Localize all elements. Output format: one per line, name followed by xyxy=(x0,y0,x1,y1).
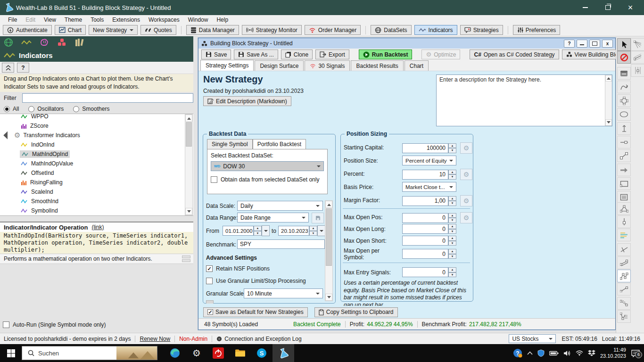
description-textarea[interactable]: Enter a description for the Strategy her… xyxy=(436,74,612,126)
sizing-options-button[interactable]: ⚙ xyxy=(460,212,472,223)
segment-tool[interactable] xyxy=(617,149,631,162)
list-item[interactable]: MathIndOpValue xyxy=(0,159,193,168)
max-open-long-input[interactable]: 0 xyxy=(402,224,448,234)
tab-design-surface[interactable]: Design Surface xyxy=(255,60,304,71)
percent-spinner[interactable] xyxy=(448,170,456,180)
list-item-selected[interactable]: MathIndOpInd xyxy=(0,149,193,159)
cross-line-tool[interactable] xyxy=(617,243,631,256)
close-button[interactable]: × xyxy=(623,3,637,12)
sizing-options-button[interactable]: ⚙ xyxy=(460,142,472,154)
rectangle-tool[interactable] xyxy=(617,177,631,190)
ray-tool[interactable] xyxy=(617,283,631,296)
run-backtest-button[interactable]: Run Backtest xyxy=(359,49,413,59)
export-button[interactable]: Export xyxy=(315,49,349,59)
fan-rays-tool[interactable] xyxy=(631,38,644,51)
menu-extensions[interactable]: Extensions xyxy=(108,15,144,24)
renew-now-link[interactable]: Renew Now xyxy=(140,336,170,342)
vertical-arrow-tool[interactable] xyxy=(617,122,631,135)
max-entry-input[interactable]: 0 xyxy=(402,267,448,277)
data-range-combobox[interactable]: Date Range xyxy=(237,213,309,222)
tray-volume-icon[interactable] xyxy=(563,350,571,356)
building-blocks-dock-icon[interactable] xyxy=(57,38,66,47)
window-maximize-button[interactable] xyxy=(589,40,600,48)
authenticate-button[interactable]: Authenticate xyxy=(3,25,52,35)
list-item[interactable]: ZScore xyxy=(0,121,193,131)
no-drawing-tool[interactable] xyxy=(617,51,631,64)
brain-dock-icon[interactable] xyxy=(40,38,49,47)
note-tool[interactable] xyxy=(617,191,631,204)
menu-tools[interactable]: Tools xyxy=(86,15,108,24)
menu-workspaces[interactable]: Workspaces xyxy=(144,15,184,24)
sizing-options-button[interactable]: ⚙ xyxy=(460,169,472,180)
scroll-up-button[interactable] xyxy=(605,75,612,82)
arrow-right-tool[interactable] xyxy=(617,164,631,176)
window-close-button[interactable]: x xyxy=(602,40,613,48)
scroll-up-button[interactable] xyxy=(185,115,192,122)
retain-nsf-checkbox[interactable] xyxy=(206,265,213,272)
datasets-dock-icon[interactable] xyxy=(4,38,13,47)
resize-grip[interactable] xyxy=(182,255,190,262)
menu-theme[interactable]: Theme xyxy=(60,15,86,24)
obtain-data-checkbox[interactable] xyxy=(211,176,217,183)
max-open-long-spinner[interactable] xyxy=(448,224,456,234)
margin-factor-spinner[interactable] xyxy=(448,196,456,206)
autorun-checkbox[interactable] xyxy=(3,321,9,328)
list-item[interactable]: SmoothInd xyxy=(0,197,193,206)
taskbar-search[interactable]: Suchen xyxy=(22,346,157,360)
list-item[interactable]: SymbolInd xyxy=(0,206,193,215)
pitchfork-tool[interactable] xyxy=(617,310,631,323)
help-button[interactable]: ? xyxy=(17,63,29,73)
max-per-symbol-input[interactable]: 0 xyxy=(402,249,448,259)
indicator-list-scrollbar[interactable] xyxy=(185,114,193,215)
basis-price-combobox[interactable]: Market Close t... xyxy=(402,182,456,192)
triangle-tool[interactable] xyxy=(617,202,631,215)
menu-view[interactable]: View xyxy=(40,15,60,24)
calendar-tool[interactable] xyxy=(617,67,631,80)
volume-profile-tool[interactable] xyxy=(617,229,631,241)
menu-help[interactable]: Help xyxy=(212,15,232,24)
scroll-down-button[interactable] xyxy=(185,208,192,215)
polygon-tool[interactable] xyxy=(617,270,631,282)
max-entry-spinner[interactable] xyxy=(448,267,456,277)
tree-expander-icon[interactable] xyxy=(4,132,12,140)
starting-capital-spinner[interactable] xyxy=(448,143,456,153)
menu-window[interactable]: Window xyxy=(184,15,213,24)
radio-smoothers[interactable] xyxy=(73,106,79,112)
freehand-tool[interactable] xyxy=(617,81,631,93)
list-item[interactable]: IndOnInd xyxy=(0,140,193,149)
tray-battery-icon[interactable] xyxy=(549,351,559,356)
tray-dropbox-icon[interactable] xyxy=(588,350,595,356)
granular-checkbox[interactable] xyxy=(206,278,213,284)
max-open-short-spinner[interactable] xyxy=(448,236,456,246)
description-scrollbar[interactable] xyxy=(605,75,612,126)
to-date-spinner[interactable] xyxy=(309,226,317,236)
position-size-combobox[interactable]: Percent of Equity xyxy=(402,156,456,165)
list-item[interactable]: WPPO xyxy=(0,114,193,121)
from-date-input[interactable]: 01.01.2000 xyxy=(223,226,254,236)
tray-help-icon[interactable]: ? xyxy=(513,348,522,358)
save-button[interactable]: Save xyxy=(201,49,231,59)
diamond-shape-tool[interactable] xyxy=(617,94,631,107)
dataset-combobox[interactable]: WD DOW 30 xyxy=(211,161,324,171)
new-strategy-dropdown[interactable]: New Strategy xyxy=(89,25,138,35)
vertical-grid-tool[interactable] xyxy=(631,64,644,77)
window-minimize-button[interactable] xyxy=(577,40,587,48)
pointer-tool[interactable] xyxy=(617,38,631,51)
data-scale-combobox[interactable]: Daily xyxy=(237,201,323,211)
connection-log-link[interactable]: Connection and Exception Log xyxy=(224,336,301,342)
backtest-scrollbar[interactable] xyxy=(325,200,333,301)
tab-strategy-settings[interactable]: Strategy Settings xyxy=(200,60,254,71)
tray-defender-icon[interactable] xyxy=(537,349,545,357)
taskbar-edge-icon[interactable] xyxy=(164,344,186,362)
ellipse-tool[interactable] xyxy=(617,108,631,121)
radio-all[interactable] xyxy=(4,106,10,112)
indicators-dock-icon[interactable] xyxy=(21,39,32,46)
tab-portfolio-backtest[interactable]: Portfolio Backtest xyxy=(253,139,306,149)
arc-tool[interactable] xyxy=(617,297,631,310)
list-item[interactable]: RisingFalling xyxy=(0,178,193,187)
data-manager-button[interactable]: Data Manager xyxy=(186,25,239,35)
to-date-dropdown[interactable] xyxy=(317,225,325,236)
indicators-button[interactable]: Indicators xyxy=(414,25,457,35)
price-marker-tool[interactable] xyxy=(617,215,631,228)
library-dock-icon[interactable] xyxy=(74,38,85,47)
